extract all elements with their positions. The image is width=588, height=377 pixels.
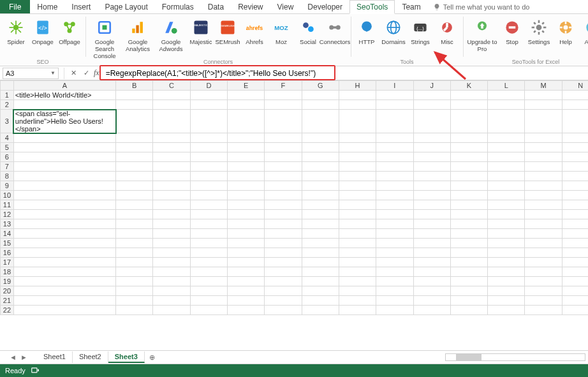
cell-N16[interactable] xyxy=(562,248,588,258)
row-header-17[interactable]: 17 xyxy=(1,258,14,267)
cell-A1[interactable]: <title>Hello World</title> xyxy=(13,91,115,100)
cell-K3[interactable] xyxy=(450,110,487,133)
cell-G19[interactable] xyxy=(302,277,339,286)
cell-I22[interactable] xyxy=(376,306,413,315)
col-header-L[interactable]: L xyxy=(488,81,525,91)
cell-G9[interactable] xyxy=(302,181,339,191)
cell-L22[interactable] xyxy=(488,306,525,315)
cell-H21[interactable] xyxy=(339,296,376,306)
cell-D14[interactable] xyxy=(190,229,227,239)
cell-J10[interactable] xyxy=(413,191,450,200)
horizontal-scrollbar[interactable] xyxy=(445,353,585,361)
cell-M22[interactable] xyxy=(525,306,562,315)
cell-F22[interactable] xyxy=(265,306,302,315)
cell-C6[interactable] xyxy=(153,152,190,162)
cell-F1[interactable] xyxy=(265,91,302,100)
cell-A16[interactable] xyxy=(13,248,115,258)
cell-J13[interactable] xyxy=(413,219,450,229)
cell-J19[interactable] xyxy=(413,277,450,286)
cell-G6[interactable] xyxy=(302,152,339,162)
cell-N3[interactable] xyxy=(562,110,588,133)
accept-formula-icon[interactable]: ✓ xyxy=(81,69,91,77)
col-header-K[interactable]: K xyxy=(450,81,487,91)
cell-N15[interactable] xyxy=(562,239,588,248)
cell-M15[interactable] xyxy=(525,239,562,248)
about-button[interactable]: iAbout xyxy=(579,17,588,45)
cell-L14[interactable] xyxy=(488,229,525,239)
cell-G4[interactable] xyxy=(302,133,339,143)
row-header-21[interactable]: 21 xyxy=(1,296,14,306)
cell-I12[interactable] xyxy=(376,210,413,219)
cell-M7[interactable] xyxy=(525,162,562,172)
col-header-H[interactable]: H xyxy=(339,81,376,91)
cell-L16[interactable] xyxy=(488,248,525,258)
cell-B13[interactable] xyxy=(116,219,153,229)
cell-G1[interactable] xyxy=(302,91,339,100)
col-header-N[interactable]: N xyxy=(562,81,588,91)
cell-C9[interactable] xyxy=(153,181,190,191)
cell-I19[interactable] xyxy=(376,277,413,286)
cell-D3[interactable] xyxy=(190,110,227,133)
cell-B21[interactable] xyxy=(116,296,153,306)
cell-M18[interactable] xyxy=(525,267,562,277)
cell-F14[interactable] xyxy=(265,229,302,239)
cell-K1[interactable] xyxy=(450,91,487,100)
row-header-10[interactable]: 10 xyxy=(1,191,14,200)
cell-C10[interactable] xyxy=(153,191,190,200)
cell-B8[interactable] xyxy=(116,172,153,181)
cell-D20[interactable] xyxy=(190,286,227,296)
cell-C17[interactable] xyxy=(153,258,190,267)
row-header-2[interactable]: 2 xyxy=(1,100,14,110)
row-header-3[interactable]: 3 xyxy=(1,110,14,133)
cell-H16[interactable] xyxy=(339,248,376,258)
cell-H5[interactable] xyxy=(339,143,376,152)
cell-B5[interactable] xyxy=(116,143,153,152)
cell-C20[interactable] xyxy=(153,286,190,296)
cell-K2[interactable] xyxy=(450,100,487,110)
cell-I18[interactable] xyxy=(376,267,413,277)
cell-E16[interactable] xyxy=(228,248,265,258)
cell-K13[interactable] xyxy=(450,219,487,229)
cell-J2[interactable] xyxy=(413,100,450,110)
cell-H20[interactable] xyxy=(339,286,376,296)
cell-L3[interactable] xyxy=(488,110,525,133)
chevron-left-icon[interactable]: ◄ xyxy=(10,353,17,361)
cell-I16[interactable] xyxy=(376,248,413,258)
cell-C7[interactable] xyxy=(153,162,190,172)
sheet-tab-sheet2[interactable]: Sheet2 xyxy=(73,351,108,363)
moz-button[interactable]: MOZMoz xyxy=(268,17,295,45)
cell-A17[interactable] xyxy=(13,258,115,267)
cell-A3[interactable]: <span class="sel-underline">Hello Seo Us… xyxy=(13,110,115,133)
cell-N8[interactable] xyxy=(562,172,588,181)
cell-L5[interactable] xyxy=(488,143,525,152)
cell-I7[interactable] xyxy=(376,162,413,172)
col-header-B[interactable]: B xyxy=(116,81,153,91)
cell-M8[interactable] xyxy=(525,172,562,181)
cell-C21[interactable] xyxy=(153,296,190,306)
cell-L18[interactable] xyxy=(488,267,525,277)
cell-D18[interactable] xyxy=(190,267,227,277)
cell-A22[interactable] xyxy=(13,306,115,315)
stop-button[interactable]: Stop xyxy=(499,17,526,45)
cell-L6[interactable] xyxy=(488,152,525,162)
cell-B9[interactable] xyxy=(116,181,153,191)
ahrefs-button[interactable]: ahrefsAhrefs xyxy=(241,17,268,45)
tab-team[interactable]: Team xyxy=(395,0,427,13)
cell-I3[interactable] xyxy=(376,110,413,133)
row-header-22[interactable]: 22 xyxy=(1,306,14,315)
cell-M5[interactable] xyxy=(525,143,562,152)
cell-E18[interactable] xyxy=(228,267,265,277)
cell-H7[interactable] xyxy=(339,162,376,172)
col-header-I[interactable]: I xyxy=(376,81,413,91)
cell-M9[interactable] xyxy=(525,181,562,191)
row-header-19[interactable]: 19 xyxy=(1,277,14,286)
cell-C18[interactable] xyxy=(153,267,190,277)
connectors-button[interactable]: Connectors xyxy=(321,17,348,45)
cell-N12[interactable] xyxy=(562,210,588,219)
cell-B1[interactable] xyxy=(116,91,153,100)
majestic-button[interactable]: MAJESTICMajestic xyxy=(187,17,214,45)
cell-M3[interactable] xyxy=(525,110,562,133)
cell-B19[interactable] xyxy=(116,277,153,286)
cell-N1[interactable] xyxy=(562,91,588,100)
cell-K9[interactable] xyxy=(450,181,487,191)
